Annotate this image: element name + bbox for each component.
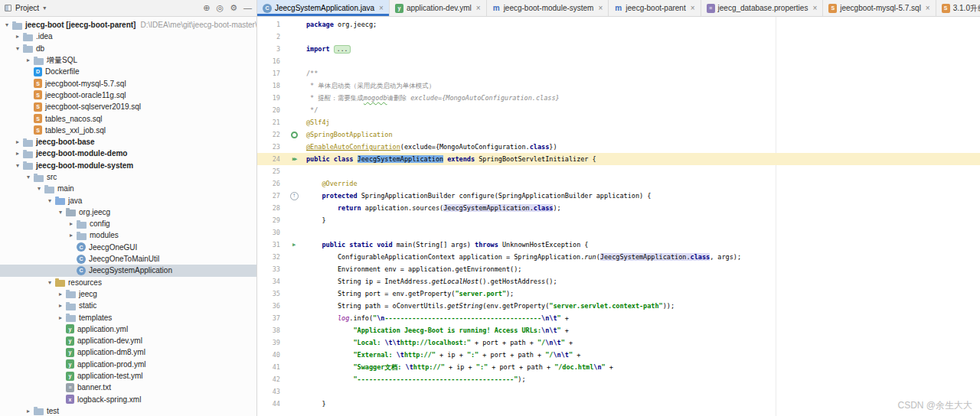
line-number[interactable]: 37 [257, 312, 285, 324]
code-line[interactable]: 28 return application.sources(JeecgSyste… [257, 202, 980, 214]
code-line[interactable]: 36 String path = oConvertUtils.getString… [257, 300, 980, 312]
chevron-right-icon[interactable]: ▸ [55, 291, 66, 297]
line-number[interactable]: 40 [257, 349, 285, 361]
tree-item[interactable]: ≡banner.txt [0, 382, 256, 393]
line-number[interactable]: 29 [257, 214, 285, 226]
code-line[interactable]: 39 "Local: \t\thttp://localhost:" + port… [257, 336, 980, 349]
chevron-right-icon[interactable]: ▸ [12, 138, 23, 145]
code-line[interactable]: 22@SpringBootApplication [257, 128, 980, 141]
code-line[interactable]: 41 "Swagger文档: \thttp://" + ip + ":" + p… [257, 361, 980, 373]
project-panel-title[interactable]: Project [15, 4, 39, 12]
chevron-right-icon[interactable]: ▸ [12, 150, 23, 157]
tree-item[interactable]: ▸增量SQL [0, 54, 256, 66]
chevron-down-icon[interactable]: ▾ [43, 5, 46, 11]
editor-tab[interactable]: mjeecg-boot-parent× [609, 0, 701, 16]
line-number[interactable]: 19 [257, 92, 285, 104]
code-line[interactable]: 19 * 提醒：需要集成mogodb请删除 exclude={MongoAuto… [257, 92, 980, 104]
tree-item[interactable]: yapplication.yml [0, 323, 256, 335]
tree-item[interactable]: ▾resources [0, 277, 256, 288]
editor-tab[interactable]: yapplication-dev.yml× [390, 0, 487, 16]
chevron-down-icon[interactable]: ▾ [12, 162, 23, 169]
override-method-icon[interactable]: ↑ [290, 192, 299, 200]
line-number[interactable]: 20 [257, 104, 285, 116]
tree-item[interactable]: ▾src [0, 171, 256, 183]
close-icon[interactable]: × [926, 4, 930, 12]
tree-item[interactable]: ▾java [0, 194, 256, 206]
chevron-down-icon[interactable]: ▾ [12, 45, 23, 52]
line-number[interactable]: 30 [257, 226, 285, 239]
tree-item[interactable]: ▾db [0, 43, 256, 54]
tree-item[interactable]: CJeecgOneGUI [0, 242, 256, 253]
close-icon[interactable]: × [812, 4, 817, 12]
line-number[interactable]: 17 [257, 67, 285, 80]
run-main-icon[interactable]: ▶ [292, 239, 296, 251]
tree-item[interactable]: ▾main [0, 183, 256, 194]
target-icon[interactable]: ◎ [217, 4, 224, 12]
tree-item[interactable]: yapplication-test.yml [0, 370, 256, 382]
line-number[interactable]: 39 [257, 336, 285, 349]
tree-item[interactable]: yapplication-dm8.yml [0, 346, 256, 358]
close-icon[interactable]: × [691, 4, 695, 12]
line-number[interactable]: 31 [257, 239, 285, 251]
code-line[interactable]: 17/** [257, 67, 980, 80]
tree-item[interactable]: ▾jeecg-boot [jeecg-boot-parent]D:\IDEA\m… [0, 19, 256, 31]
code-line[interactable]: 21@Slf4j [257, 116, 980, 128]
gutter[interactable]: ▶▶ [285, 153, 303, 165]
line-number[interactable]: 23 [257, 141, 285, 153]
code-line[interactable]: 3import ... [257, 43, 980, 55]
tree-item[interactable]: yapplication-dev.yml [0, 335, 256, 346]
tree-item[interactable]: ▾jeecg-boot-module-system [0, 160, 256, 171]
code-line[interactable]: 32 ConfigurableApplicationContext applic… [257, 251, 980, 263]
chevron-right-icon[interactable]: ▸ [66, 220, 77, 227]
tree-item[interactable]: ▸jeecg-boot-module-demo [0, 148, 256, 159]
editor-tab[interactable]: ≡jeecg_database.properties× [701, 0, 824, 16]
tree-item[interactable]: ▸jeecg [0, 288, 256, 300]
line-number[interactable]: 18 [257, 80, 285, 92]
chevron-down-icon[interactable]: ▾ [23, 174, 34, 180]
editor-tab[interactable]: Sjeecgboot-mysql-5.7.sql× [823, 0, 936, 16]
line-number[interactable]: 38 [257, 324, 285, 336]
line-number[interactable]: 25 [257, 165, 285, 177]
code-line[interactable]: 1package org.jeecg; [257, 18, 980, 31]
gutter[interactable] [285, 132, 303, 138]
editor-tab[interactable]: CJeecgSystemApplication.java× [257, 0, 390, 16]
line-number[interactable]: 28 [257, 202, 285, 214]
code-line[interactable]: 24▶▶public class JeecgSystemApplication … [257, 153, 980, 165]
code-line[interactable]: 26 @Override [257, 177, 980, 190]
line-number[interactable]: 3 [257, 43, 285, 55]
line-number[interactable]: 24 [257, 153, 285, 165]
code-line[interactable]: 2 [257, 31, 980, 43]
code-line[interactable]: 43 [257, 385, 980, 398]
close-icon[interactable]: × [598, 4, 603, 12]
line-number[interactable]: 44 [257, 398, 285, 410]
line-number[interactable]: 35 [257, 288, 285, 300]
tree-item[interactable]: DDockerfile [0, 66, 256, 77]
code-line[interactable]: 42 "------------------------------------… [257, 373, 980, 385]
code-line[interactable]: 16 [257, 55, 980, 67]
line-number[interactable]: 1 [257, 18, 285, 31]
tree-item[interactable]: ▸.idea [0, 31, 256, 42]
line-number[interactable]: 16 [257, 55, 285, 67]
chevron-right-icon[interactable]: ▸ [55, 314, 66, 321]
line-number[interactable]: 43 [257, 385, 285, 398]
tree-item[interactable]: ▸test [0, 405, 256, 416]
locate-file-icon[interactable]: ⊕ [203, 4, 210, 12]
line-number[interactable]: 32 [257, 251, 285, 263]
line-number[interactable]: 34 [257, 275, 285, 288]
settings-gear-icon[interactable]: ⚙ [230, 4, 237, 12]
code-line[interactable]: 37 log.info("\n-------------------------… [257, 312, 980, 324]
line-number[interactable]: 27 [257, 190, 285, 202]
tree-item[interactable]: CJeecgSystemApplication [0, 265, 256, 276]
close-icon[interactable]: × [379, 4, 384, 12]
chevron-down-icon[interactable]: ▾ [34, 185, 44, 192]
code-line[interactable]: 40 "External: \thttp://" + ip + ":" + po… [257, 349, 980, 361]
run-class-icon[interactable]: ▶▶ [292, 153, 296, 165]
tree-item[interactable]: ▸jeecg-boot-base [0, 136, 256, 148]
line-number[interactable]: 21 [257, 116, 285, 128]
code-line[interactable]: 27↑ protected SpringApplicationBuilder c… [257, 190, 980, 202]
chevron-right-icon[interactable]: ▸ [23, 57, 34, 63]
tree-item[interactable]: ▾org.jeecg [0, 206, 256, 218]
code-line[interactable]: 30 [257, 226, 980, 239]
line-number[interactable]: 41 [257, 361, 285, 373]
spring-boot-run-icon[interactable] [291, 132, 298, 138]
